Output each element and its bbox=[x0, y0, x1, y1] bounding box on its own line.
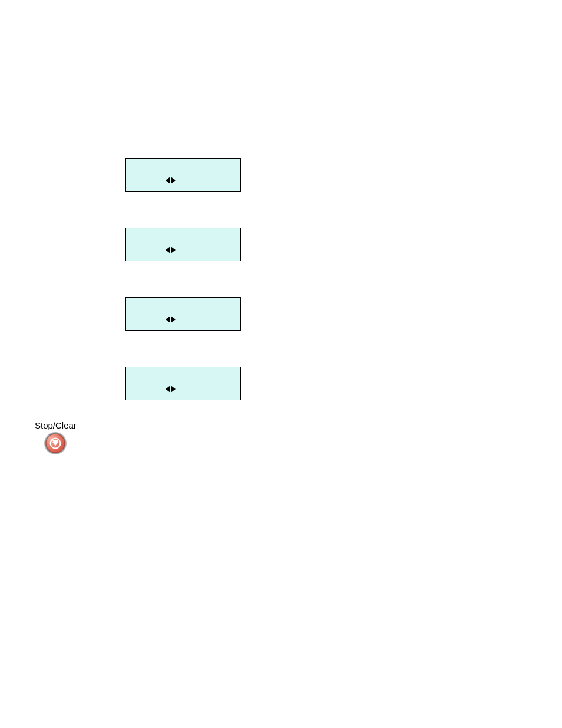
stop-clear-icon bbox=[44, 431, 67, 455]
stop-clear-section: Stop/Clear bbox=[35, 420, 77, 455]
lcd-display-4 bbox=[125, 367, 241, 400]
left-right-arrows-icon bbox=[166, 246, 176, 253]
stop-clear-label: Stop/Clear bbox=[35, 420, 77, 430]
left-right-arrows-icon bbox=[166, 386, 176, 393]
left-right-arrows-icon bbox=[166, 316, 176, 323]
left-right-arrows-icon bbox=[166, 177, 176, 184]
lcd-display-2 bbox=[125, 228, 241, 261]
lcd-display-3 bbox=[125, 297, 241, 331]
stop-clear-button[interactable] bbox=[44, 431, 67, 455]
lcd-display-1 bbox=[125, 158, 241, 192]
